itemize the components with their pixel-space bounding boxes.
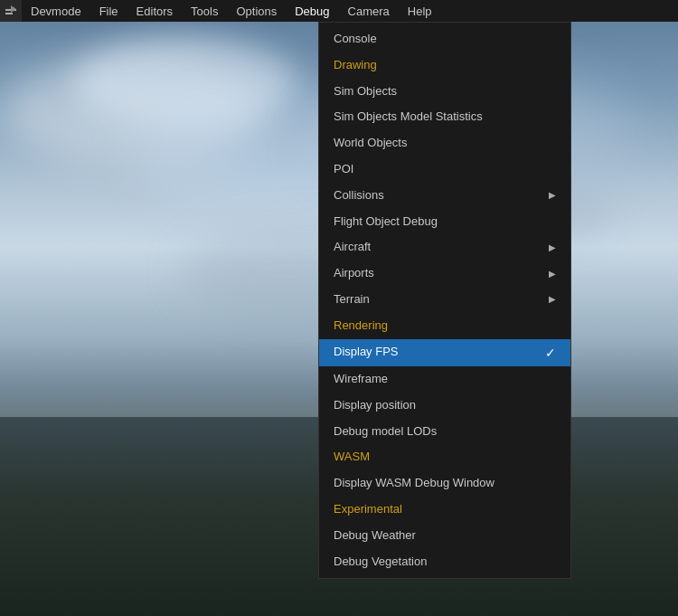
menu-item-terrain[interactable]: Terrain ▶ [319,287,570,313]
menu-item-sim-objects[interactable]: Sim Objects [319,79,570,105]
menubar-item-help[interactable]: Help [399,0,441,22]
menu-item-wireframe[interactable]: Wireframe [319,366,570,393]
display-fps-check: ✓ [545,343,556,363]
menu-item-debug-vegetation[interactable]: Debug Vegetation [319,549,570,575]
menu-item-collisions[interactable]: Collisions ▶ [319,183,570,209]
svg-rect-1 [5,13,13,14]
menu-item-sim-objects-model-stats[interactable]: Sim Objects Model Statistics [319,104,570,130]
menu-item-display-fps[interactable]: Display FPS ✓ [319,339,570,366]
menu-item-display-position[interactable]: Display position [319,393,570,419]
menu-item-flight-object-debug[interactable]: Flight Object Debug [319,209,570,235]
menu-item-world-objects[interactable]: World Objects [319,130,570,156]
svg-marker-2 [11,5,16,13]
debug-dropdown: Console Drawing Sim Objects Sim Objects … [318,22,571,579]
airports-submenu-arrow: ▶ [549,267,556,281]
menu-category-wasm: WASM [319,444,570,470]
menu-item-console[interactable]: Console [319,26,570,52]
aircraft-submenu-arrow: ▶ [549,241,556,255]
menubar-item-editors[interactable]: Editors [127,0,182,22]
menu-item-aircraft[interactable]: Aircraft ▶ [319,234,570,261]
menubar-item-file[interactable]: File [90,0,127,22]
menu-item-airports[interactable]: Airports ▶ [319,261,570,287]
menu-item-debug-weather[interactable]: Debug Weather [319,523,570,549]
menubar-item-debug[interactable]: Debug [286,0,338,22]
menu-category-drawing: Drawing [319,52,570,79]
menu-item-poi[interactable]: POI [319,156,570,183]
menubar: Devmode File Editors Tools Options Debug… [0,0,678,22]
menubar-item-devmode[interactable]: Devmode [22,0,90,22]
menu-item-debug-model-lods[interactable]: Debug model LODs [319,419,570,445]
menu-category-rendering: Rendering [319,313,570,339]
menubar-item-camera[interactable]: Camera [339,0,399,22]
app-logo [0,0,22,22]
menubar-item-tools[interactable]: Tools [182,0,227,22]
menu-category-experimental: Experimental [319,497,570,523]
menubar-item-options[interactable]: Options [227,0,286,22]
menu-item-display-wasm-debug[interactable]: Display WASM Debug Window [319,470,570,497]
terrain-submenu-arrow: ▶ [549,292,556,307]
collisions-submenu-arrow: ▶ [549,188,556,203]
